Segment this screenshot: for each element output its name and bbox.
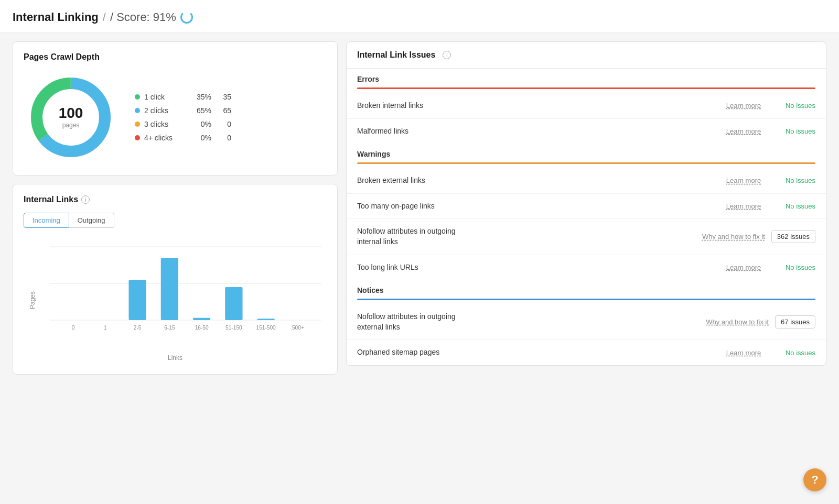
issue-section: Errors Broken internal linksLearn moreNo… [347, 69, 826, 144]
tab-group: Incoming Outgoing [24, 213, 327, 228]
svg-text:500+: 500+ [292, 324, 304, 331]
tab-incoming[interactable]: Incoming [24, 213, 69, 228]
donut-label: pages [59, 122, 83, 129]
section-header: Warnings [347, 144, 826, 168]
learn-more-link[interactable]: Learn more [720, 202, 767, 210]
learn-more-link[interactable]: Learn more [720, 102, 767, 109]
no-issues-status: No issues [773, 102, 815, 109]
learn-more-link[interactable]: Why and how to fix it [702, 233, 765, 240]
issues-title: Internal Link Issues [357, 50, 435, 60]
tab-outgoing[interactable]: Outgoing [69, 213, 114, 228]
legend-dot [135, 108, 140, 113]
right-column: Internal Link Issues i Errors Broken int… [346, 41, 826, 366]
issues-header: Internal Link Issues i [347, 42, 826, 69]
bar [128, 280, 146, 320]
page-header: Internal Linking / / Score: 91% [0, 0, 839, 33]
info-icon[interactable]: i [81, 195, 90, 204]
legend-label: 4+ clicks [144, 134, 186, 142]
score-text: / Score: 91% [110, 10, 176, 24]
loading-icon [180, 11, 193, 24]
no-issues-status: No issues [773, 177, 815, 184]
section-header: Errors [347, 69, 826, 93]
legend-dot [135, 94, 140, 100]
no-issues-status: No issues [773, 127, 815, 135]
section-divider [357, 299, 815, 300]
issue-name: Orphaned sitemap pages [357, 347, 714, 358]
svg-text:2-5: 2-5 [134, 324, 142, 331]
section-title: Errors [357, 75, 815, 83]
no-issues-status: No issues [773, 349, 815, 357]
issues-card: Internal Link Issues i Errors Broken int… [346, 41, 826, 366]
legend-count: 0 [216, 120, 231, 128]
legend-item: 2 clicks 65% 65 [135, 106, 231, 115]
internal-links-card: Internal Links i Incoming Outgoing Pages… [13, 184, 338, 375]
crawl-depth-content: 100 pages 1 click 35% 35 2 clicks 65% 65… [24, 70, 327, 165]
bar [225, 287, 242, 320]
page-title: Internal Linking [13, 10, 99, 24]
legend-count: 65 [216, 106, 231, 115]
issue-row: Nofollow attributes in outgoing external… [347, 304, 826, 340]
legend: 1 click 35% 35 2 clicks 65% 65 3 clicks … [135, 93, 231, 142]
y-axis-label: Pages [29, 291, 36, 309]
issue-name: Nofollow attributes in outgoing external… [357, 312, 700, 332]
issue-name: Too long link URLs [357, 262, 714, 273]
legend-label: 1 click [144, 93, 186, 101]
learn-more-link[interactable]: Learn more [720, 177, 767, 184]
issue-section: Warnings Broken external linksLearn more… [347, 144, 826, 280]
svg-text:1: 1 [104, 324, 107, 331]
internal-links-title: Internal Links [24, 195, 78, 204]
legend-count: 0 [216, 134, 231, 142]
learn-more-link[interactable]: Why and how to fix it [706, 318, 769, 326]
svg-text:51-150: 51-150 [225, 324, 242, 331]
section-divider [357, 87, 815, 89]
issue-row: Broken internal linksLearn moreNo issues [347, 93, 826, 119]
score-divider: / [103, 10, 106, 24]
issue-name: Broken internal links [357, 101, 714, 111]
legend-dot [135, 122, 140, 127]
bar [257, 319, 274, 320]
issue-row: Orphaned sitemap pagesLearn moreNo issue… [347, 340, 826, 365]
legend-label: 2 clicks [144, 106, 186, 115]
section-header: Notices [347, 280, 826, 304]
issue-name: Too many on-page links [357, 201, 714, 212]
crawl-depth-card: Pages Crawl Depth 100 pages [13, 41, 338, 176]
left-column: Pages Crawl Depth 100 pages [13, 41, 338, 375]
x-axis-label: Links [168, 354, 182, 361]
issue-name: Malformed links [357, 126, 714, 137]
issue-row: Too long link URLsLearn moreNo issues [347, 255, 826, 280]
donut-chart: 100 pages [24, 70, 118, 165]
issue-row: Too many on-page linksLearn moreNo issue… [347, 194, 826, 220]
main-layout: Pages Crawl Depth 100 pages [0, 33, 839, 383]
legend-count: 35 [216, 93, 231, 101]
issue-name: Nofollow attributes in outgoing internal… [357, 226, 696, 247]
legend-pct: 35% [190, 93, 211, 101]
issues-badge[interactable]: 67 issues [775, 315, 815, 328]
issue-name: Broken external links [357, 176, 714, 186]
svg-text:0: 0 [72, 324, 75, 331]
section-title: Notices [357, 286, 815, 294]
bar [193, 318, 210, 320]
issue-row: Nofollow attributes in outgoing internal… [347, 219, 826, 255]
issue-section: Notices Nofollow attributes in outgoing … [347, 280, 826, 365]
donut-number: 100 [59, 106, 83, 120]
no-issues-status: No issues [773, 264, 815, 271]
learn-more-link[interactable]: Learn more [720, 127, 767, 135]
bar [161, 258, 178, 320]
legend-dot [135, 135, 140, 140]
learn-more-link[interactable]: Learn more [720, 349, 767, 357]
bar-chart-wrapper: Pages 02040012-56-1516-5051-150151-50050… [24, 236, 327, 364]
legend-pct: 65% [190, 106, 211, 115]
section-title: Warnings [357, 150, 815, 158]
issues-info-icon[interactable]: i [443, 51, 451, 59]
crawl-depth-title: Pages Crawl Depth [24, 52, 327, 62]
legend-label: 3 clicks [144, 120, 186, 128]
legend-pct: 0% [190, 120, 211, 128]
bar-chart-svg: 02040012-56-1516-5051-150151-500500+ [50, 236, 321, 341]
legend-item: 1 click 35% 35 [135, 93, 231, 101]
learn-more-link[interactable]: Learn more [720, 264, 767, 271]
issue-row: Malformed linksLearn moreNo issues [347, 119, 826, 144]
issues-badge[interactable]: 362 issues [771, 230, 815, 243]
legend-item: 4+ clicks 0% 0 [135, 134, 231, 142]
no-issues-status: No issues [773, 202, 815, 210]
svg-text:151-500: 151-500 [256, 324, 275, 331]
